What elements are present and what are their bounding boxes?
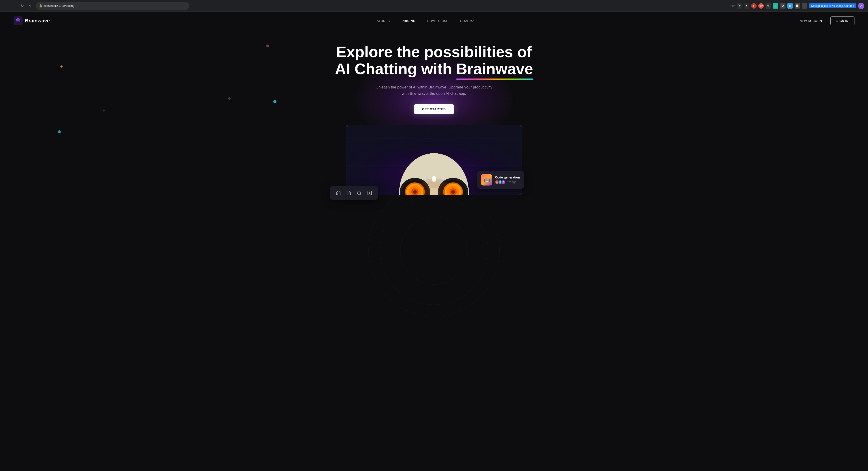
hero-brand: Brainwave bbox=[456, 60, 533, 77]
extension-6[interactable]: S bbox=[773, 3, 778, 8]
extension-8[interactable]: B bbox=[787, 3, 793, 8]
browser-extensions: ☆ 🔭 ƒ ● 🐨 ✎ S ⚙ B 📋 ⋮ Dostępna jest nowa… bbox=[731, 3, 864, 9]
url-text: localhost:5173/#pricing bbox=[44, 4, 74, 7]
get-started-button[interactable]: GET STARTED bbox=[414, 104, 454, 114]
hero-title-line1: Explore the possibilities of bbox=[336, 43, 532, 60]
logo[interactable]: Brainwave bbox=[13, 16, 50, 25]
avatar-group: A B C bbox=[495, 180, 504, 184]
chrome-update-button[interactable]: Dostępna jest nowa wersja Chrome bbox=[809, 3, 856, 8]
forward-button[interactable]: → bbox=[11, 3, 18, 9]
address-bar[interactable]: 🔒 localhost:5173/#pricing bbox=[36, 2, 189, 10]
extension-4[interactable]: 🐨 bbox=[758, 3, 764, 8]
lock-icon: 🔒 bbox=[39, 4, 42, 7]
browser-chrome: ← → ↻ ⌂ 🔒 localhost:5173/#pricing ☆ 🔭 ƒ … bbox=[0, 0, 868, 12]
svg-point-2 bbox=[17, 19, 19, 21]
back-button[interactable]: ← bbox=[4, 3, 10, 9]
nav-actions: NEW ACCOUNT SIGN IN bbox=[800, 17, 855, 25]
extension-10[interactable]: ⋮ bbox=[802, 3, 807, 8]
orbit-ring-2 bbox=[380, 196, 488, 305]
navbar: Brainwave FEATURES PRICING HOW TO USE RO… bbox=[0, 12, 868, 30]
extension-5[interactable]: ✎ bbox=[766, 3, 771, 8]
toolbar-add-icon[interactable] bbox=[365, 189, 374, 197]
hero-subtitle: Unleash the power of AI within Brainwave… bbox=[375, 84, 493, 97]
svg-line-47 bbox=[360, 194, 361, 195]
nav-roadmap[interactable]: ROADMAP bbox=[460, 19, 477, 23]
logo-text: Brainwave bbox=[25, 18, 50, 24]
main-page: Brainwave FEATURES PRICING HOW TO USE RO… bbox=[0, 12, 868, 471]
profile-avatar[interactable]: A bbox=[858, 3, 864, 9]
extension-1[interactable]: 🔭 bbox=[737, 3, 742, 8]
extension-3[interactable]: ● bbox=[751, 3, 756, 8]
reload-button[interactable]: ↻ bbox=[19, 3, 25, 9]
orbit-ring-1 bbox=[400, 217, 468, 285]
toolbar-home-icon[interactable] bbox=[334, 189, 343, 197]
code-gen-meta: A B C 1m ago bbox=[495, 180, 520, 184]
robot-container: 🤖 Code generation A B C 1m ago bbox=[346, 125, 522, 195]
code-gen-thumbnail: 🤖 bbox=[481, 174, 492, 185]
bookmark-star-icon[interactable]: ☆ bbox=[731, 3, 735, 8]
extension-2[interactable]: ƒ bbox=[744, 3, 749, 8]
orbit-decoration bbox=[366, 183, 502, 319]
hero-title: Explore the possibilities of AI Chatting… bbox=[4, 43, 864, 77]
code-gen-card: 🤖 Code generation A B C 1m ago bbox=[477, 171, 524, 189]
sign-in-button[interactable]: SIGN IN bbox=[831, 17, 855, 25]
hero-section: Explore the possibilities of AI Chatting… bbox=[0, 30, 868, 195]
nav-features[interactable]: FEATURES bbox=[373, 19, 390, 23]
floating-toolbar bbox=[330, 186, 378, 200]
extension-9[interactable]: 📋 bbox=[795, 3, 800, 8]
code-gen-title: Code generation bbox=[495, 176, 520, 179]
toolbar-search-icon[interactable] bbox=[355, 189, 364, 197]
logo-icon bbox=[13, 16, 23, 25]
nav-how-to-use[interactable]: HOW TO USE bbox=[427, 19, 448, 23]
orbit-ring-3 bbox=[368, 185, 500, 316]
hero-title-line2: AI Chatting with bbox=[335, 60, 456, 77]
home-button[interactable]: ⌂ bbox=[27, 3, 33, 9]
toolbar-document-icon[interactable] bbox=[344, 189, 353, 197]
nav-links: FEATURES PRICING HOW TO USE ROADMAP bbox=[373, 19, 477, 23]
browser-nav-buttons: ← → ↻ ⌂ bbox=[4, 3, 33, 9]
svg-point-41 bbox=[433, 177, 435, 180]
nav-pricing[interactable]: PRICING bbox=[402, 19, 415, 23]
extension-7[interactable]: ⚙ bbox=[780, 3, 785, 8]
code-gen-time: 1m ago bbox=[507, 180, 516, 184]
new-account-button[interactable]: NEW ACCOUNT bbox=[800, 19, 824, 23]
mini-avatar-3: C bbox=[501, 180, 505, 184]
code-gen-info: Code generation A B C 1m ago bbox=[495, 176, 520, 184]
